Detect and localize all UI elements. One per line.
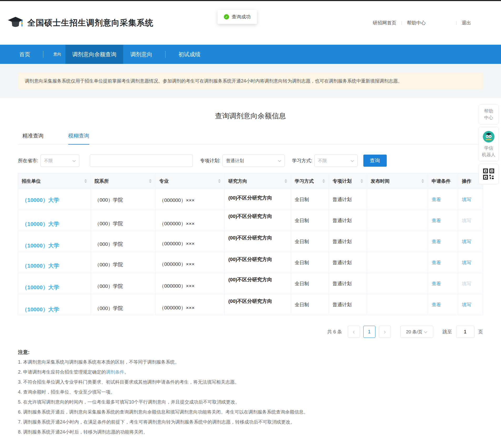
plan-cell: 普通计划 [333, 281, 352, 286]
view-condition-link[interactable]: 查看 [432, 239, 441, 244]
link-logout[interactable]: 退出 [462, 20, 471, 26]
page-size-select[interactable]: 20 条/页 [400, 326, 433, 338]
page-number-button[interactable]: 1 [363, 326, 375, 338]
fill-intention-link[interactable]: 填写 [462, 239, 471, 244]
pagination: 共 6 条 ‹ 1 › 20 条/页 跳至 页 [18, 326, 483, 338]
tab-fuzzy-query[interactable]: 模糊查询 [68, 132, 89, 145]
note-line: 5. 在允许填写调剂意向的时间内，一位考生最多可填写10个平行调剂意向，并且提交… [18, 399, 483, 405]
study-mode-cell: 全日制 [295, 239, 309, 244]
province-select-value: 不限 [44, 158, 53, 164]
view-condition-link[interactable]: 查看 [432, 218, 441, 223]
tiaoji-condition-link[interactable]: 调剂条件 [106, 369, 124, 375]
plan-cell: 普通计划 [333, 239, 352, 244]
next-page-button[interactable]: › [379, 326, 391, 338]
query-tabs: 精准查询 模糊查询 [18, 132, 483, 145]
col-header-publish-time[interactable]: 发布时间 [367, 173, 428, 189]
direction-cell: (00)不区分研究方向 [228, 213, 272, 219]
col-header-study-mode[interactable]: 学习方式 [291, 173, 329, 189]
study-mode-cell: 全日制 [295, 281, 309, 286]
table-row: （10000）大学 （000）学院 （000000）××× (00)不区分研究方… [18, 210, 483, 231]
col-header-direction[interactable]: 研究方向 [225, 173, 291, 189]
table-row: （10000）大学 （000）学院 （000000）××× (00)不区分研究方… [18, 273, 483, 294]
view-condition-link[interactable]: 查看 [432, 197, 441, 202]
major-cell: （000000）××× [159, 241, 195, 246]
unit-keyword-input[interactable] [90, 155, 193, 167]
department-cell: （000）学院 [95, 306, 123, 311]
sort-icon[interactable] [285, 179, 287, 183]
table-header-row: 招生单位 院系所 专业 研究方向 学习方式 专项计划 发布时间 申请条件 操作 [18, 173, 483, 189]
direction-cell: (00)不区分研究方向 [228, 277, 272, 282]
chevron-down-icon [72, 159, 76, 162]
view-condition-link[interactable]: 查看 [432, 281, 441, 286]
site-title: 全国硕士生招生调剂意向采集系统 [27, 17, 153, 28]
nav-item-tiaoji-yixiang[interactable]: 调剂意向 [123, 45, 159, 64]
col-header-major[interactable]: 专业 [156, 173, 225, 189]
nav-divider [165, 51, 166, 58]
department-cell: （000）学院 [95, 262, 123, 267]
special-plan-select[interactable]: 普通计划 [223, 155, 285, 167]
province-select[interactable]: 不限 [40, 155, 79, 167]
chevron-down-icon [350, 159, 354, 162]
success-toast: ✓ 查询成功 [218, 10, 257, 24]
view-condition-link[interactable]: 查看 [432, 302, 441, 307]
col-header-unit[interactable]: 招生单位 [18, 173, 91, 189]
direction-cell: (00)不区分研究方向 [228, 235, 272, 241]
study-mode-cell: 全日制 [295, 260, 309, 265]
unit-link[interactable]: （10000）大学 [22, 221, 59, 227]
link-help-center[interactable]: 帮助中心 [407, 20, 426, 26]
major-cell: （000000）××× [159, 221, 195, 226]
study-mode-label: 学习方式: [292, 157, 312, 164]
study-mode-select[interactable]: 不限 [314, 155, 358, 167]
note-line: 7. 调剂服务系统开通24小时内，在满足条件的前提下，考生可将调剂意向转为调剂服… [18, 419, 483, 425]
graduation-cap-logo-icon [7, 16, 24, 29]
fill-intention-link[interactable]: 填写 [462, 302, 471, 307]
nav-item-chushi-chengji[interactable]: 初试成绩 [171, 45, 208, 64]
jump-suffix: 页 [478, 329, 483, 335]
link-yanzhao-home[interactable]: 研招网首页 [373, 20, 396, 26]
nav-item-balance-query[interactable]: 调剂意向余额查询 [65, 45, 123, 64]
chevron-down-icon [278, 159, 281, 162]
unit-link[interactable]: （10000）大学 [22, 263, 59, 269]
unit-link[interactable]: （10000）大学 [22, 242, 59, 248]
fill-intention-link-disabled: 填写 [462, 218, 471, 223]
direction-cell: (00)不区分研究方向 [228, 257, 272, 262]
sort-icon[interactable] [218, 179, 221, 183]
toast-message: 查询成功 [232, 14, 251, 20]
sort-icon[interactable] [322, 179, 325, 183]
sort-icon[interactable] [421, 179, 424, 183]
nav-item-yixiang[interactable]: 意向 [49, 45, 65, 64]
balance-table: 招生单位 院系所 专业 研究方向 学习方式 专项计划 发布时间 申请条件 操作 … [18, 173, 483, 315]
col-header-plan[interactable]: 专项计划 [329, 173, 367, 189]
page-size-value: 20 条/页 [406, 329, 422, 335]
plan-cell: 普通计划 [333, 260, 352, 265]
view-condition-link[interactable]: 查看 [432, 260, 441, 265]
prev-page-button[interactable]: ‹ [348, 326, 360, 338]
note-line: 8. 调剂服务系统开通24小时后，转移为调剂志愿的功能将关闭。 [18, 429, 483, 435]
xuexin-robot-button[interactable]: 学信 机器人 [479, 127, 499, 161]
unit-link[interactable]: （10000）大学 [22, 306, 59, 312]
unit-link[interactable]: （10000）大学 [22, 197, 59, 203]
note-line: 3. 不符合招生单位调入专业学科门类要求、初试科目要求或其他调剂申请条件的考生，… [18, 379, 483, 385]
sort-icon[interactable] [84, 179, 87, 183]
plan-cell: 普通计划 [333, 197, 352, 202]
major-cell: （000000）××× [159, 305, 195, 310]
notes-section: 注意: 1. 本调剂意向采集系统与调剂服务系统有本质的区别，不等同于调剂服务系统… [18, 349, 483, 435]
unit-link[interactable]: （10000）大学 [22, 284, 59, 290]
sort-icon[interactable] [149, 179, 152, 183]
notice-bar: 调剂意向采集服务系统仅用于招生单位提前掌握考生调剂意愿情况。参加调剂的考生可在调… [18, 73, 483, 89]
nav-item-home[interactable]: 首页 [12, 45, 37, 64]
qr-code-button[interactable] [479, 164, 499, 184]
search-button[interactable]: 查询 [363, 155, 387, 167]
fill-intention-link[interactable]: 填写 [462, 260, 471, 265]
col-header-apply-condition: 申请条件 [428, 173, 458, 189]
floating-panel: 帮助 中心 学信 机器人 [479, 104, 499, 184]
tab-precise-query[interactable]: 精准查询 [23, 132, 44, 144]
sort-icon[interactable] [360, 179, 363, 183]
col-header-department[interactable]: 院系所 [91, 173, 156, 189]
help-center-button[interactable]: 帮助 中心 [479, 104, 499, 124]
jump-page-input[interactable] [456, 326, 474, 338]
header-separator: | [456, 21, 457, 25]
direction-cell: (00)不区分研究方向 [228, 298, 272, 304]
fill-intention-link[interactable]: 填写 [462, 197, 471, 202]
study-mode-cell: 全日制 [295, 302, 309, 307]
